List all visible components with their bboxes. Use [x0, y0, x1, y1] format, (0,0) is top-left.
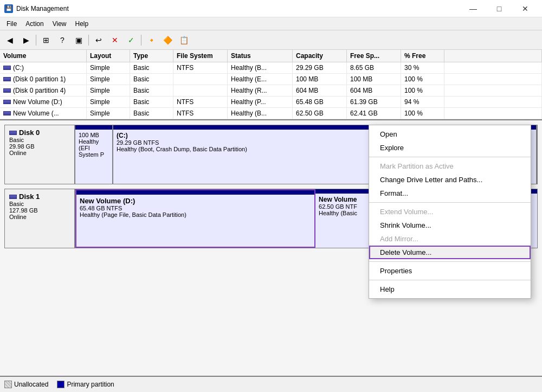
col-free: Free Sp...	[347, 50, 401, 62]
toolbar-separator-1	[36, 35, 36, 46]
toolbar-separator-3	[141, 35, 141, 46]
cell-extra	[444, 62, 542, 73]
cell-layout: Simple	[87, 97, 130, 107]
context-menu: Open Explore Mark Partition as Active Ch…	[369, 125, 531, 299]
col-pctfree: % Free	[401, 50, 444, 62]
cell-status: Healthy (R...	[228, 85, 293, 96]
properties-button[interactable]: ▣	[71, 33, 86, 48]
minimize-button[interactable]: —	[461, 0, 486, 17]
disk-1-name: Disk 1	[19, 192, 40, 201]
menu-action[interactable]: Action	[21, 19, 48, 29]
menu-help[interactable]: Help	[71, 19, 93, 29]
cell-volume: (C:)	[0, 62, 87, 73]
cell-type: Basic	[130, 97, 173, 107]
cell-fs: NTFS	[173, 62, 228, 73]
cell-layout: Simple	[87, 85, 130, 96]
cell-status: Healthy (E...	[228, 74, 293, 85]
ctx-delete-volume[interactable]: Delete Volume...	[369, 246, 531, 259]
cell-fs: NTFS	[173, 108, 228, 119]
show-disk-button[interactable]: ⊞	[38, 33, 54, 48]
cell-volume: New Volume (D:)	[0, 97, 87, 107]
cell-pctfree: 94 %	[401, 97, 444, 107]
legend-unallocated: Unallocated	[4, 381, 48, 388]
table-row[interactable]: New Volume (... Simple Basic NTFS Health…	[0, 108, 542, 119]
more-button[interactable]: 📋	[176, 33, 191, 48]
cell-capacity: 29.29 GB	[293, 62, 347, 73]
partition[interactable]: 100 MB Healthy (EFI System P	[75, 125, 113, 184]
cell-free: 100 MB	[347, 74, 401, 85]
disk-0-type: Basic	[9, 137, 70, 143]
col-layout: Layout	[87, 50, 130, 62]
rescan-button[interactable]: 🔸	[144, 33, 159, 48]
forward-button[interactable]: ▶	[18, 33, 34, 48]
help-button[interactable]: ?	[55, 33, 70, 48]
disk-0-size: 29.98 GB	[9, 143, 70, 150]
back-button[interactable]: ◀	[2, 33, 17, 48]
cell-extra	[444, 74, 542, 85]
ctx-help[interactable]: Help	[369, 282, 531, 296]
partition[interactable]: New Volume (D:) 65.48 GB NTFS Healthy (P…	[75, 189, 315, 248]
volume-icon	[3, 111, 11, 115]
title-bar-controls: — □ ✕	[461, 0, 538, 17]
disk-1-type: Basic	[9, 201, 70, 207]
undo-button[interactable]: ↩	[91, 33, 106, 48]
legend-box-primary	[57, 381, 64, 388]
partition-header-bar	[76, 190, 314, 195]
volume-table: Volume Layout Type File System Status Ca…	[0, 50, 542, 120]
col-volume: Volume	[0, 50, 87, 62]
cell-type: Basic	[130, 74, 173, 85]
col-extra	[444, 50, 542, 62]
cell-capacity: 604 MB	[293, 85, 347, 96]
ctx-open[interactable]: Open	[369, 127, 531, 141]
cell-extra	[444, 108, 542, 119]
ctx-extend: Extend Volume...	[369, 205, 531, 219]
partition-header-bar	[75, 125, 112, 130]
cell-status: Healthy (P...	[228, 97, 293, 107]
ctx-add-mirror: Add Mirror...	[369, 232, 531, 246]
disk-1-size: 127.98 GB	[9, 207, 70, 214]
cell-status: Healthy (B...	[228, 108, 293, 119]
apply-button[interactable]: ✓	[124, 33, 139, 48]
table-row[interactable]: (C:) Simple Basic NTFS Healthy (B... 29.…	[0, 62, 542, 74]
ctx-separator-1	[369, 157, 531, 157]
import-button[interactable]: 🔶	[160, 33, 175, 48]
table-row[interactable]: New Volume (D:) Simple Basic NTFS Health…	[0, 97, 542, 108]
disk-0-label: Disk 0 Basic 29.98 GB Online	[5, 125, 75, 184]
ctx-shrink[interactable]: Shrink Volume...	[369, 219, 531, 232]
ctx-mark-active: Mark Partition as Active	[369, 159, 531, 173]
col-capacity: Capacity	[293, 50, 347, 62]
table-row[interactable]: (Disk 0 partition 1) Simple Basic Health…	[0, 74, 542, 85]
table-row[interactable]: (Disk 0 partition 4) Simple Basic Health…	[0, 85, 542, 97]
menu-file[interactable]: File	[2, 19, 21, 29]
cell-fs	[173, 74, 228, 85]
cell-pctfree: 100 %	[401, 85, 444, 96]
ctx-separator-3	[369, 261, 531, 262]
volume-icon	[3, 66, 11, 70]
ctx-change-letter[interactable]: Change Drive Letter and Paths...	[369, 173, 531, 187]
cell-type: Basic	[130, 85, 173, 96]
table-header: Volume Layout Type File System Status Ca…	[0, 50, 542, 62]
volume-icon	[3, 77, 11, 81]
cell-fs: NTFS	[173, 97, 228, 107]
menu-view[interactable]: View	[48, 19, 71, 29]
maximize-button[interactable]: □	[487, 0, 512, 17]
legend-box-unallocated	[4, 381, 12, 388]
discard-button[interactable]: ✕	[107, 33, 122, 48]
col-fs: File System	[173, 50, 228, 62]
cell-free: 8.65 GB	[347, 62, 401, 73]
cell-pctfree: 100 %	[401, 74, 444, 85]
col-type: Type	[130, 50, 173, 62]
ctx-separator-4	[369, 280, 531, 280]
cell-capacity: 65.48 GB	[293, 97, 347, 107]
ctx-explore[interactable]: Explore	[369, 141, 531, 155]
cell-extra	[444, 97, 542, 107]
cell-capacity: 100 MB	[293, 74, 347, 85]
close-button[interactable]: ✕	[513, 0, 538, 17]
ctx-properties[interactable]: Properties	[369, 264, 531, 278]
cell-volume: New Volume (...	[0, 108, 87, 119]
col-status: Status	[228, 50, 293, 62]
disk-1-status: Online	[9, 214, 70, 220]
cell-volume: (Disk 0 partition 1)	[0, 74, 87, 85]
ctx-format[interactable]: Format...	[369, 187, 531, 200]
cell-layout: Simple	[87, 74, 130, 85]
